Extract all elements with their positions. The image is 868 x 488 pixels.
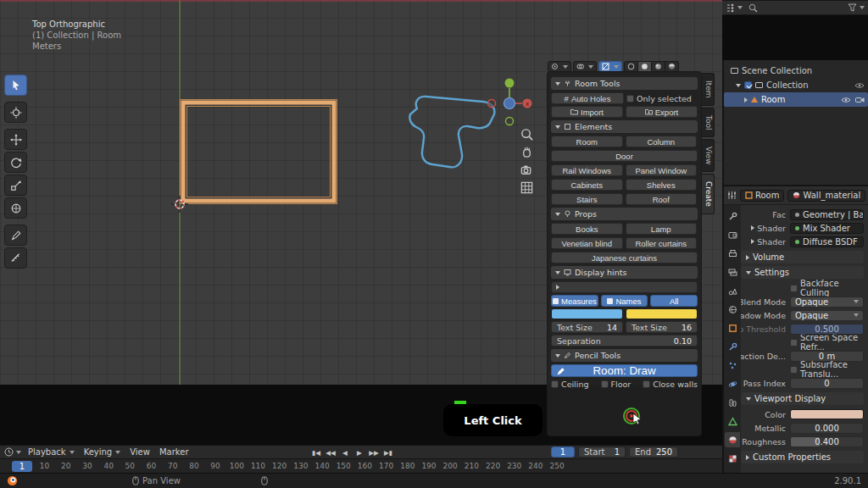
volume-section-header[interactable]: Volume (741, 251, 864, 263)
text-size-names-field[interactable]: Text Size16 (626, 321, 698, 333)
pan-hand-button[interactable] (520, 145, 534, 159)
transport-button[interactable]: ▶ (353, 446, 366, 458)
outliner-row-room[interactable]: Room (724, 92, 868, 107)
shader2-input[interactable]: Diffuse BSDF (790, 236, 864, 247)
tab-constraints[interactable] (725, 395, 740, 410)
element-button[interactable]: Shelves (626, 179, 698, 191)
elements-section-header[interactable]: Elements (551, 120, 698, 133)
only-selected-checkbox[interactable]: Only selected (626, 94, 698, 103)
outliner-editor-type-button[interactable] (726, 3, 743, 13)
export-button[interactable]: Export (626, 106, 698, 118)
ruler-frame-label[interactable]: 40 (98, 462, 120, 470)
tab-object-data[interactable] (725, 413, 740, 429)
viewport-display-section-header[interactable]: Viewport Display (741, 392, 864, 405)
checkbox[interactable] (601, 380, 609, 388)
pencil-option-checkbox[interactable]: Close walls (643, 380, 698, 389)
tab-physics[interactable] (725, 376, 740, 391)
names-color-swatch[interactable] (626, 308, 698, 319)
orthographic-grid-button[interactable] (520, 180, 534, 195)
transport-button[interactable]: ▶▮ (381, 446, 395, 458)
element-button[interactable]: Rail Windows (551, 164, 623, 176)
hide-eye-icon[interactable] (841, 97, 851, 103)
ruler-frame-label[interactable]: 130 (290, 462, 311, 470)
current-frame-field[interactable]: 1 (551, 446, 575, 458)
gizmo-y-neg-axis[interactable] (506, 118, 514, 125)
properties-editor-type-button[interactable] (727, 191, 737, 200)
timeline-editor-type-button[interactable] (4, 447, 21, 457)
checkbox[interactable] (790, 285, 798, 292)
element-button[interactable]: Panel Window (626, 164, 698, 176)
pencil-tools-section-header[interactable]: Pencil Tools (551, 349, 698, 362)
outliner-row-collection[interactable]: Collection (724, 78, 868, 92)
ruler-frame-label[interactable]: 180 (397, 462, 418, 470)
blender-logo-icon[interactable] (7, 475, 18, 486)
prop-button[interactable]: Books (551, 223, 623, 235)
room-object[interactable] (181, 100, 337, 204)
hint-toggle-button[interactable]: Names (601, 295, 648, 307)
breadcrumb-material[interactable]: Wall_material (787, 190, 865, 202)
ruler-frame-label[interactable]: 10 (34, 462, 55, 470)
prop-button[interactable]: Venetian blind (551, 237, 623, 249)
roughness-slider[interactable]: 0.400 (790, 436, 864, 447)
gizmo-y-axis[interactable] (505, 79, 515, 88)
prop-button[interactable]: Lamp (626, 223, 698, 235)
room-draw-button[interactable]: Room: Draw (551, 364, 698, 377)
gizmo-z-axis[interactable] (504, 98, 515, 109)
checkbox[interactable] (551, 380, 559, 388)
camera-view-button[interactable] (520, 163, 534, 177)
zoom-button[interactable] (520, 127, 534, 141)
element-button[interactable]: Door (551, 150, 698, 162)
display-hints-section-header[interactable]: Display hints (551, 266, 698, 279)
shadow-mode-dropdown[interactable]: Opaque (790, 310, 864, 321)
pencil-draw-stroke[interactable] (409, 97, 494, 167)
ruler-frame-label[interactable]: 60 (141, 462, 162, 470)
subsurface-translucency-checkbox[interactable]: Subsurface Translu... (790, 360, 864, 379)
settings-section-header[interactable]: Settings (741, 266, 864, 279)
frame-start-field[interactable]: Start1 (578, 446, 626, 458)
select-box-tool[interactable] (4, 75, 27, 96)
shader1-input[interactable]: Mix Shader (790, 223, 864, 234)
tab-modifiers[interactable] (725, 339, 740, 354)
pencil-option-checkbox[interactable]: Floor (601, 380, 632, 389)
rotate-tool[interactable] (4, 152, 27, 173)
element-button[interactable]: Room (551, 136, 623, 147)
room-tools-section-header[interactable]: Room Tools (551, 77, 698, 90)
element-button[interactable]: Roof (626, 193, 698, 205)
transport-button[interactable]: ◀ (338, 446, 352, 458)
ruler-frame-label[interactable]: 140 (311, 462, 332, 470)
checkbox[interactable] (643, 380, 650, 388)
gizmo-x-neg-axis[interactable] (488, 100, 496, 108)
metallic-slider[interactable]: 0.000 (790, 423, 864, 434)
tab-object[interactable] (725, 320, 740, 336)
collection-checkbox[interactable] (744, 81, 752, 89)
ruler-frame-label[interactable]: 90 (205, 462, 226, 470)
ruler-frame-label[interactable]: 70 (162, 462, 183, 470)
custom-properties-section-header[interactable]: Custom Properties (741, 451, 864, 463)
tab-material[interactable] (725, 432, 740, 447)
ruler-frame-label[interactable]: 80 (183, 462, 204, 470)
backface-culling-checkbox[interactable]: Backface Culling (790, 279, 864, 297)
pass-index-field[interactable]: 0 (790, 378, 864, 389)
auto-holes-button[interactable]: #Auto Holes (551, 92, 624, 104)
screen-space-refraction-checkbox[interactable]: Screen Space Refr... (790, 333, 864, 352)
frame-end-field[interactable]: End250 (629, 446, 678, 458)
ruler-frame-label[interactable]: 210 (461, 462, 482, 470)
element-button[interactable]: Stairs (551, 193, 623, 205)
clip-threshold-slider[interactable]: 0.500 (790, 324, 864, 335)
timeline-menu[interactable]: Marker (159, 447, 189, 457)
render-visibility-camera-icon[interactable] (855, 97, 865, 103)
annotate-tool[interactable] (4, 225, 27, 246)
collapsed-icon[interactable] (751, 225, 754, 230)
filter-button[interactable] (848, 3, 865, 12)
ruler-frame-label[interactable]: 250 (547, 462, 568, 470)
prop-button[interactable]: Japanese curtains (551, 252, 698, 263)
ruler-frame-label[interactable]: 220 (482, 462, 504, 470)
timeline-menu[interactable]: Keying (84, 447, 121, 457)
tab-output[interactable] (725, 246, 740, 261)
show-hints-button[interactable] (551, 281, 698, 293)
hint-toggle-button[interactable]: All (650, 295, 698, 307)
ruler-frame-label[interactable]: 200 (440, 462, 461, 470)
sidebar-tab[interactable]: Create (702, 174, 715, 214)
timeline-menu[interactable]: Playback (28, 447, 75, 457)
measure-tool[interactable] (4, 247, 27, 269)
